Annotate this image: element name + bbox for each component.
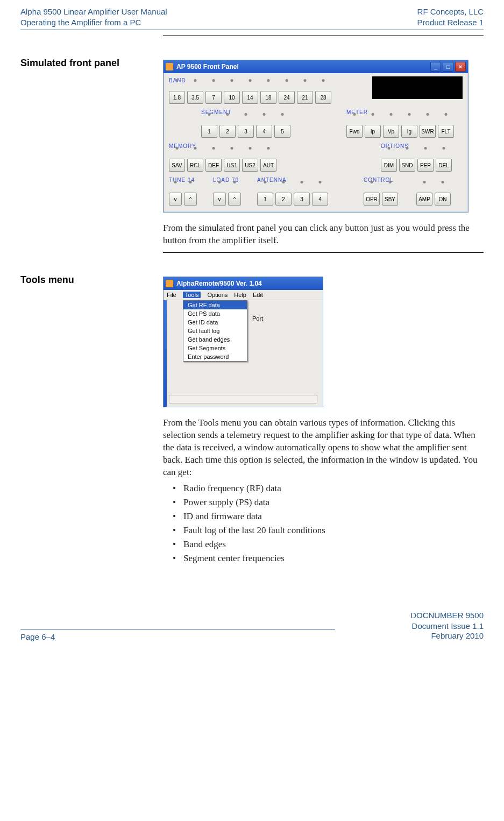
meter-led — [353, 113, 356, 116]
segment-led — [208, 113, 211, 116]
menu-help[interactable]: Help — [234, 292, 246, 298]
load-label: LOAD 70 — [213, 177, 241, 183]
tools-titlebar: AlphaRemote/9500 Ver. 1.04 — [164, 277, 323, 290]
tools-title: AlphaRemote/9500 Ver. 1.04 — [176, 280, 262, 287]
band-button-14[interactable]: 14 — [242, 91, 258, 104]
segment-led — [263, 113, 266, 116]
control-button-on[interactable]: ON — [435, 193, 451, 206]
tools-bullets: Radio frequency (RF) dataPower supply (P… — [177, 483, 484, 564]
menu-item-get-band-edges[interactable]: Get band edges — [183, 335, 247, 344]
meter-button-flt[interactable]: FLT — [438, 125, 454, 138]
meter-button-vp[interactable]: Vp — [383, 125, 399, 138]
menubar[interactable]: FileToolsOptionsHelpEdit — [164, 290, 323, 300]
memory-button-def[interactable]: DEF — [205, 159, 222, 172]
menu-item-get-rf-data[interactable]: Get RF data — [183, 301, 247, 309]
menu-item-get-id-data[interactable]: Get ID data — [183, 318, 247, 327]
menu-item-enter-password[interactable]: Enter password — [183, 352, 247, 361]
app-icon — [166, 280, 173, 287]
footer-issue: Document Issue 1.1 — [410, 621, 484, 632]
band-button-28[interactable]: 28 — [315, 91, 331, 104]
memory-button-us2[interactable]: US2 — [242, 159, 258, 172]
footer-doc: DOCNUMBER 9500 — [410, 610, 484, 621]
memory-button-us1[interactable]: US1 — [224, 159, 240, 172]
front-panel-title: AP 9500 Front Panel — [176, 63, 239, 70]
memory-button-sav[interactable]: SAV — [169, 159, 185, 172]
load-led — [233, 181, 236, 183]
close-button[interactable]: × — [455, 62, 466, 72]
menu-item-get-fault-log[interactable]: Get fault log — [183, 327, 247, 335]
antenna-button-4[interactable]: 4 — [312, 193, 328, 206]
menu-item-get-segments[interactable]: Get Segments — [183, 344, 247, 352]
menu-tools[interactable]: Tools — [183, 292, 201, 298]
options-button-del[interactable]: DEL — [436, 159, 452, 172]
memory-led — [231, 147, 233, 150]
maximize-button[interactable]: □ — [443, 62, 453, 72]
options-button-dim[interactable]: DIM — [381, 159, 397, 172]
antenna-button-3[interactable]: 3 — [294, 193, 310, 206]
segment-button-2[interactable]: 2 — [219, 125, 236, 138]
band-button-21[interactable]: 21 — [297, 91, 313, 104]
menu-item-get-ps-data[interactable]: Get PS data — [183, 309, 247, 318]
control-led — [389, 181, 392, 183]
menu-file[interactable]: File — [167, 292, 176, 298]
menu-edit[interactable]: Edit — [253, 292, 263, 298]
options-led — [443, 147, 445, 150]
band-led — [249, 79, 252, 82]
antenna-label: ANTENNA — [257, 177, 328, 183]
segment-button-3[interactable]: 3 — [238, 125, 254, 138]
band-button-7[interactable]: 7 — [205, 91, 222, 104]
front-panel-window: AP 9500 Front Panel _ □ × BAND 1.83.5710… — [163, 60, 468, 213]
bullet-item: Band edges — [177, 539, 484, 550]
load-button-v[interactable]: v — [213, 193, 226, 206]
control-button-opr[interactable]: OPR — [364, 193, 380, 206]
band-button-18[interactable]: 18 — [260, 91, 276, 104]
memory-button-rcl[interactable]: RCL — [187, 159, 203, 172]
tools-dropdown[interactable]: Get RF dataGet PS dataGet ID dataGet fau… — [183, 300, 247, 362]
menu-options[interactable]: Options — [207, 292, 228, 298]
tools-caption: From the Tools menu you can obtain vario… — [163, 417, 484, 479]
band-led — [267, 79, 270, 82]
segment-button-1[interactable]: 1 — [201, 125, 217, 138]
options-led — [424, 147, 427, 150]
memory-led — [176, 147, 179, 150]
tune-label: TUNE 14 — [169, 177, 197, 183]
memory-led — [194, 147, 197, 150]
band-button-3.5[interactable]: 3.5 — [187, 91, 203, 104]
minimize-button[interactable]: _ — [430, 62, 441, 72]
bullet-item: Segment center frequencies — [177, 553, 484, 564]
segment-button-4[interactable]: 4 — [256, 125, 272, 138]
options-button-snd[interactable]: SND — [399, 159, 415, 172]
bullet-item: Radio frequency (RF) data — [177, 483, 484, 494]
options-button-pep[interactable]: PEP — [417, 159, 434, 172]
meter-button-ig[interactable]: Ig — [401, 125, 417, 138]
meter-button-ip[interactable]: Ip — [365, 125, 381, 138]
bullet-item: ID and firmware data — [177, 511, 484, 522]
tune-button-^[interactable]: ^ — [184, 193, 197, 206]
control-button-sby[interactable]: SBY — [382, 193, 398, 206]
load-led — [218, 181, 221, 183]
meter-led — [390, 113, 393, 116]
band-button-10[interactable]: 10 — [224, 91, 240, 104]
segment-button-5[interactable]: 5 — [274, 125, 290, 138]
load-button-^[interactable]: ^ — [228, 193, 241, 206]
memory-led — [267, 147, 270, 150]
band-button-1.8[interactable]: 1.8 — [169, 91, 185, 104]
bullet-item: Fault log of the last 20 fault condition… — [177, 525, 484, 536]
options-led — [406, 147, 409, 150]
memory-button-aut[interactable]: AUT — [260, 159, 276, 172]
meter-button-fwd[interactable]: Fwd — [346, 125, 363, 138]
band-led — [304, 79, 307, 82]
meter-led — [408, 113, 411, 116]
band-button-24[interactable]: 24 — [279, 91, 295, 104]
control-button-amp[interactable]: AMP — [416, 193, 432, 206]
antenna-button-1[interactable]: 1 — [257, 193, 273, 206]
antenna-button-2[interactable]: 2 — [275, 193, 292, 206]
antenna-led — [282, 181, 285, 183]
section-divider — [163, 36, 484, 36]
band-led — [286, 79, 288, 82]
tune-button-v[interactable]: v — [169, 193, 182, 206]
port-label: Port — [252, 315, 263, 322]
segment-led — [281, 113, 284, 116]
meter-button-swr[interactable]: SWR — [420, 125, 436, 138]
control-led — [423, 181, 426, 183]
